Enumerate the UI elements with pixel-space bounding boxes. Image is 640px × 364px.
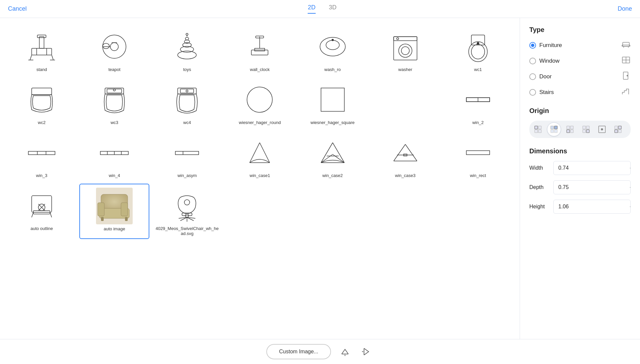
grid-item-wiesner-square[interactable]: wiesner_hager_square [298,78,368,128]
svg-line-59 [260,143,270,163]
wash-ro-image [314,28,351,65]
grid-item-win-case2[interactable]: win_case2 [298,131,368,181]
height-decrease-button[interactable]: − [630,200,631,213]
grid-item-toys[interactable]: toys [152,25,222,75]
svg-line-75 [32,212,33,217]
right-panel: Type Furniture [520,18,640,339]
win-case1-image [241,134,278,171]
radio-item-door[interactable]: Door [529,71,631,82]
grid-item-win4[interactable]: win_4 [79,131,149,181]
radio-item-stairs[interactable]: Stairs [529,87,631,98]
grid-item-washer[interactable]: washer [370,25,440,75]
grid-item-win3[interactable]: win_3 [7,131,77,181]
origin-btn-3[interactable] [579,122,593,136]
grid-item-wc2[interactable]: wc2 [7,78,77,128]
grid-item-win-rect[interactable]: win_rect [443,131,513,181]
grid-item-wc3[interactable]: wc3 [79,78,149,128]
grid-item-auto-outline[interactable]: auto outline [7,184,77,239]
tab-2d[interactable]: 2D [308,4,315,14]
svg-rect-105 [535,130,538,133]
svg-rect-37 [32,88,52,95]
width-input[interactable] [554,162,630,174]
origin-btn-5[interactable] [611,122,625,136]
4029-meos-image [169,187,205,224]
header: Cancel 2D 3D Done [0,0,640,18]
win-asym-image [169,134,205,171]
width-input-group: − + [553,161,631,175]
depth-input-group: − + [553,180,631,194]
win4-label: win_4 [109,173,120,178]
depth-label: Depth [529,184,549,190]
furniture-icon [621,40,631,51]
svg-point-102 [627,75,628,76]
grid-item-auto-image[interactable]: auto image [79,184,149,239]
wall-clock-label: wall_clock [250,67,270,72]
flip-horizontal-button[interactable] [338,344,352,359]
auto-image-label: auto image [104,226,125,231]
radio-left-door: Door [529,73,552,80]
depth-input[interactable] [554,181,630,194]
auto-image-photo [96,188,133,224]
type-radio-group: Furniture Window [529,40,631,98]
grid-item-4029-meos[interactable]: 4029_Meos_SwivelChair_wh_head.svg [152,184,222,239]
win2-label: win_2 [472,120,484,125]
radio-item-furniture[interactable]: Furniture [529,40,631,51]
dim-row-width: Width − + [529,161,631,175]
width-decrease-button[interactable]: − [630,161,631,175]
grid-item-wall-clock[interactable]: wall_clock [225,25,295,75]
svg-rect-0 [32,48,52,55]
window-icon [621,55,631,66]
origin-btn-1[interactable] [547,122,561,136]
win-case3-image [387,134,424,171]
origin-btn-0[interactable] [531,122,545,136]
height-input-group: − + [553,200,631,214]
grid-item-teapot[interactable]: teapot [79,25,149,75]
washer-image [387,28,424,65]
origin-btn-4[interactable] [595,122,609,136]
items-panel: stand teapot [0,18,520,339]
grid-item-wc1[interactable]: wc1 [443,25,513,75]
svg-point-32 [397,38,399,40]
height-input[interactable] [554,200,630,213]
grid-item-win-case3[interactable]: win_case3 [370,131,440,181]
grid-item-wc4[interactable]: wc4 [152,78,222,128]
svg-rect-84 [101,217,104,221]
wiesner-round-label: wiesner_hager_round [239,120,281,125]
wc2-label: wc2 [38,120,46,125]
grid-item-win2[interactable]: win_2 [443,78,513,128]
grid-item-win-asym[interactable]: win_asym [152,131,222,181]
tab-3d[interactable]: 3D [329,4,337,14]
svg-rect-8 [37,35,46,38]
svg-point-44 [247,87,272,112]
custom-image-button[interactable]: Custom Image... [266,344,331,359]
door-icon [621,71,631,82]
radio-label-door: Door [539,73,552,80]
svg-rect-95 [622,45,630,46]
depth-decrease-button[interactable]: − [630,181,631,194]
svg-line-76 [50,212,52,217]
svg-line-62 [333,143,344,163]
done-button[interactable]: Done [618,5,632,12]
grid-item-win-case1[interactable]: win_case1 [225,131,295,181]
radio-label-furniture: Furniture [539,42,562,49]
grid-item-wash-ro[interactable]: wash_ro [298,25,368,75]
origin-section: Origin [529,107,631,138]
wash-ro-label: wash_ro [324,67,341,72]
svg-rect-7 [39,37,44,48]
win-case2-label: win_case2 [322,173,343,178]
flip-vertical-button[interactable] [359,344,374,359]
origin-btn-2[interactable] [563,122,577,136]
wc1-label: wc1 [474,67,482,72]
radio-item-window[interactable]: Window [529,55,631,66]
grid-item-wiesner-round[interactable]: wiesner_hager_round [225,78,295,128]
cancel-button[interactable]: Cancel [8,5,27,12]
svg-rect-28 [394,37,417,60]
grid-item-stand[interactable]: stand [7,25,77,75]
svg-rect-108 [554,126,557,129]
origin-grid [529,121,631,138]
svg-point-26 [326,40,339,50]
svg-line-67 [394,144,405,161]
win3-image [23,134,60,171]
svg-point-43 [186,90,188,92]
svg-line-64 [333,154,344,163]
